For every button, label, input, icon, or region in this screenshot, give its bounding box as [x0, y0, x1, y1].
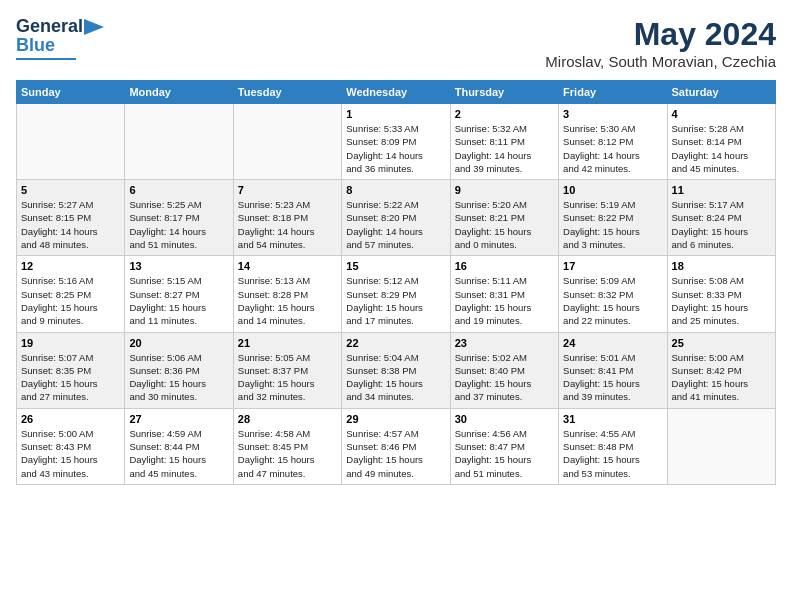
- day-info: Sunrise: 5:07 AMSunset: 8:35 PMDaylight:…: [21, 351, 120, 404]
- weekday-header-tuesday: Tuesday: [233, 81, 341, 104]
- calendar-cell: [233, 104, 341, 180]
- day-info: Sunrise: 5:04 AMSunset: 8:38 PMDaylight:…: [346, 351, 445, 404]
- day-number: 2: [455, 108, 554, 120]
- page-header: General Blue May 2024 Miroslav, South Mo…: [16, 16, 776, 70]
- day-number: 18: [672, 260, 771, 272]
- day-info: Sunrise: 5:13 AMSunset: 8:28 PMDaylight:…: [238, 274, 337, 327]
- day-info: Sunrise: 5:05 AMSunset: 8:37 PMDaylight:…: [238, 351, 337, 404]
- day-number: 23: [455, 337, 554, 349]
- calendar-week-4: 19Sunrise: 5:07 AMSunset: 8:35 PMDayligh…: [17, 332, 776, 408]
- day-number: 5: [21, 184, 120, 196]
- day-number: 28: [238, 413, 337, 425]
- calendar-cell: 27Sunrise: 4:59 AMSunset: 8:44 PMDayligh…: [125, 408, 233, 484]
- calendar-cell: 13Sunrise: 5:15 AMSunset: 8:27 PMDayligh…: [125, 256, 233, 332]
- calendar-cell: 2Sunrise: 5:32 AMSunset: 8:11 PMDaylight…: [450, 104, 558, 180]
- calendar-cell: 19Sunrise: 5:07 AMSunset: 8:35 PMDayligh…: [17, 332, 125, 408]
- day-number: 27: [129, 413, 228, 425]
- day-info: Sunrise: 5:17 AMSunset: 8:24 PMDaylight:…: [672, 198, 771, 251]
- calendar-cell: 30Sunrise: 4:56 AMSunset: 8:47 PMDayligh…: [450, 408, 558, 484]
- day-info: Sunrise: 5:15 AMSunset: 8:27 PMDaylight:…: [129, 274, 228, 327]
- day-number: 8: [346, 184, 445, 196]
- day-info: Sunrise: 5:00 AMSunset: 8:43 PMDaylight:…: [21, 427, 120, 480]
- day-info: Sunrise: 5:06 AMSunset: 8:36 PMDaylight:…: [129, 351, 228, 404]
- calendar-cell: 12Sunrise: 5:16 AMSunset: 8:25 PMDayligh…: [17, 256, 125, 332]
- title-block: May 2024 Miroslav, South Moravian, Czech…: [545, 16, 776, 70]
- day-info: Sunrise: 5:08 AMSunset: 8:33 PMDaylight:…: [672, 274, 771, 327]
- day-number: 3: [563, 108, 662, 120]
- day-number: 29: [346, 413, 445, 425]
- calendar-cell: 6Sunrise: 5:25 AMSunset: 8:17 PMDaylight…: [125, 180, 233, 256]
- calendar-week-2: 5Sunrise: 5:27 AMSunset: 8:15 PMDaylight…: [17, 180, 776, 256]
- calendar-cell: [667, 408, 775, 484]
- calendar-cell: 5Sunrise: 5:27 AMSunset: 8:15 PMDaylight…: [17, 180, 125, 256]
- day-number: 21: [238, 337, 337, 349]
- day-info: Sunrise: 5:30 AMSunset: 8:12 PMDaylight:…: [563, 122, 662, 175]
- day-number: 17: [563, 260, 662, 272]
- calendar-cell: [17, 104, 125, 180]
- day-number: 24: [563, 337, 662, 349]
- day-info: Sunrise: 5:20 AMSunset: 8:21 PMDaylight:…: [455, 198, 554, 251]
- calendar-cell: 26Sunrise: 5:00 AMSunset: 8:43 PMDayligh…: [17, 408, 125, 484]
- day-number: 9: [455, 184, 554, 196]
- svg-marker-0: [84, 19, 104, 35]
- calendar-week-3: 12Sunrise: 5:16 AMSunset: 8:25 PMDayligh…: [17, 256, 776, 332]
- day-number: 7: [238, 184, 337, 196]
- calendar-body: 1Sunrise: 5:33 AMSunset: 8:09 PMDaylight…: [17, 104, 776, 485]
- day-info: Sunrise: 5:01 AMSunset: 8:41 PMDaylight:…: [563, 351, 662, 404]
- calendar-week-1: 1Sunrise: 5:33 AMSunset: 8:09 PMDaylight…: [17, 104, 776, 180]
- day-number: 25: [672, 337, 771, 349]
- day-number: 14: [238, 260, 337, 272]
- calendar-cell: 20Sunrise: 5:06 AMSunset: 8:36 PMDayligh…: [125, 332, 233, 408]
- day-info: Sunrise: 5:19 AMSunset: 8:22 PMDaylight:…: [563, 198, 662, 251]
- calendar-cell: 10Sunrise: 5:19 AMSunset: 8:22 PMDayligh…: [559, 180, 667, 256]
- logo-arrow-icon: [84, 19, 104, 35]
- calendar-location: Miroslav, South Moravian, Czechia: [545, 53, 776, 70]
- weekday-header-saturday: Saturday: [667, 81, 775, 104]
- weekday-header-monday: Monday: [125, 81, 233, 104]
- day-info: Sunrise: 5:23 AMSunset: 8:18 PMDaylight:…: [238, 198, 337, 251]
- day-number: 30: [455, 413, 554, 425]
- day-info: Sunrise: 4:59 AMSunset: 8:44 PMDaylight:…: [129, 427, 228, 480]
- day-number: 1: [346, 108, 445, 120]
- logo-underline: [16, 58, 76, 60]
- day-number: 11: [672, 184, 771, 196]
- day-info: Sunrise: 5:27 AMSunset: 8:15 PMDaylight:…: [21, 198, 120, 251]
- day-number: 4: [672, 108, 771, 120]
- calendar-cell: 21Sunrise: 5:05 AMSunset: 8:37 PMDayligh…: [233, 332, 341, 408]
- calendar-cell: 15Sunrise: 5:12 AMSunset: 8:29 PMDayligh…: [342, 256, 450, 332]
- day-number: 15: [346, 260, 445, 272]
- day-info: Sunrise: 5:02 AMSunset: 8:40 PMDaylight:…: [455, 351, 554, 404]
- weekday-header-thursday: Thursday: [450, 81, 558, 104]
- logo-text-general: General: [16, 16, 83, 37]
- calendar-cell: 7Sunrise: 5:23 AMSunset: 8:18 PMDaylight…: [233, 180, 341, 256]
- day-info: Sunrise: 5:00 AMSunset: 8:42 PMDaylight:…: [672, 351, 771, 404]
- calendar-cell: 31Sunrise: 4:55 AMSunset: 8:48 PMDayligh…: [559, 408, 667, 484]
- day-number: 22: [346, 337, 445, 349]
- calendar-cell: 25Sunrise: 5:00 AMSunset: 8:42 PMDayligh…: [667, 332, 775, 408]
- logo-text-blue: Blue: [16, 35, 55, 56]
- calendar-cell: 23Sunrise: 5:02 AMSunset: 8:40 PMDayligh…: [450, 332, 558, 408]
- weekday-header-wednesday: Wednesday: [342, 81, 450, 104]
- calendar-cell: 28Sunrise: 4:58 AMSunset: 8:45 PMDayligh…: [233, 408, 341, 484]
- day-number: 10: [563, 184, 662, 196]
- day-info: Sunrise: 4:57 AMSunset: 8:46 PMDaylight:…: [346, 427, 445, 480]
- logo: General Blue: [16, 16, 104, 60]
- calendar-table: SundayMondayTuesdayWednesdayThursdayFrid…: [16, 80, 776, 485]
- calendar-week-5: 26Sunrise: 5:00 AMSunset: 8:43 PMDayligh…: [17, 408, 776, 484]
- calendar-cell: 11Sunrise: 5:17 AMSunset: 8:24 PMDayligh…: [667, 180, 775, 256]
- day-info: Sunrise: 5:33 AMSunset: 8:09 PMDaylight:…: [346, 122, 445, 175]
- calendar-header-row: SundayMondayTuesdayWednesdayThursdayFrid…: [17, 81, 776, 104]
- calendar-cell: 16Sunrise: 5:11 AMSunset: 8:31 PMDayligh…: [450, 256, 558, 332]
- day-number: 13: [129, 260, 228, 272]
- day-number: 6: [129, 184, 228, 196]
- calendar-cell: 4Sunrise: 5:28 AMSunset: 8:14 PMDaylight…: [667, 104, 775, 180]
- day-info: Sunrise: 5:25 AMSunset: 8:17 PMDaylight:…: [129, 198, 228, 251]
- calendar-cell: 29Sunrise: 4:57 AMSunset: 8:46 PMDayligh…: [342, 408, 450, 484]
- calendar-cell: 17Sunrise: 5:09 AMSunset: 8:32 PMDayligh…: [559, 256, 667, 332]
- day-info: Sunrise: 5:32 AMSunset: 8:11 PMDaylight:…: [455, 122, 554, 175]
- day-number: 12: [21, 260, 120, 272]
- weekday-header-sunday: Sunday: [17, 81, 125, 104]
- calendar-cell: 22Sunrise: 5:04 AMSunset: 8:38 PMDayligh…: [342, 332, 450, 408]
- calendar-cell: 14Sunrise: 5:13 AMSunset: 8:28 PMDayligh…: [233, 256, 341, 332]
- day-info: Sunrise: 4:55 AMSunset: 8:48 PMDaylight:…: [563, 427, 662, 480]
